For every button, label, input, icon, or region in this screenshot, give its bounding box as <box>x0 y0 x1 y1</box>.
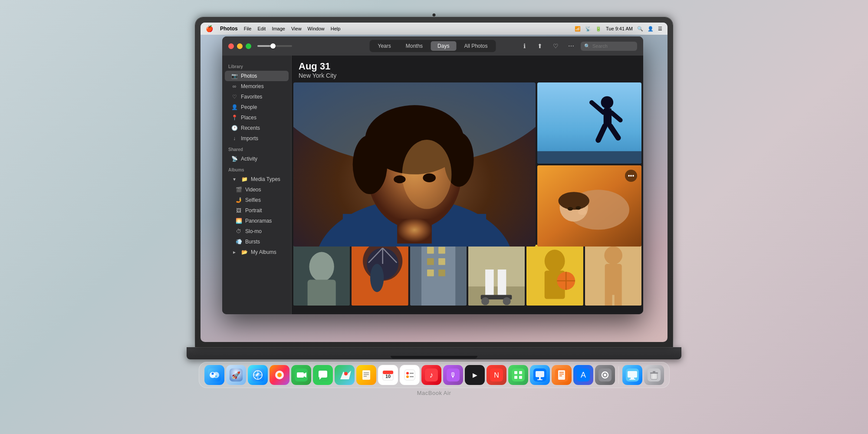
dock-pages[interactable] <box>552 365 572 385</box>
tab-days[interactable]: Days <box>431 41 456 51</box>
dock-notes[interactable] <box>356 365 376 385</box>
info-button[interactable]: ℹ <box>518 40 530 52</box>
sidebar-item-activity-label: Activity <box>241 156 257 162</box>
svg-text:♪: ♪ <box>429 371 433 379</box>
svg-rect-91 <box>404 370 415 380</box>
more-button[interactable]: ⋯ <box>565 40 577 52</box>
sidebar-item-recents[interactable]: 🕐 Recents <box>225 123 289 133</box>
dock-maps[interactable] <box>335 365 355 385</box>
airplay-icon: 📡 <box>585 26 591 32</box>
control-center-icon[interactable]: ☰ <box>658 26 662 32</box>
dancer-photo[interactable] <box>537 82 641 164</box>
dock-divider <box>618 366 619 384</box>
sidebar-item-slo-mo[interactable]: ⏱ Slo-mo <box>225 226 289 237</box>
sidebar-item-media-types[interactable]: ▾ 📁 Media Types <box>225 174 289 184</box>
dock-facetime[interactable] <box>291 365 311 385</box>
sidebar-item-photos[interactable]: 📷 Photos <box>225 71 289 81</box>
dancer-svg <box>537 82 641 164</box>
menu-window[interactable]: Window <box>308 26 325 31</box>
zoom-slider[interactable] <box>257 45 292 47</box>
photo-grid: ••• <box>292 82 643 314</box>
more-options-button[interactable]: ••• <box>625 170 637 182</box>
slider-thumb[interactable] <box>270 43 276 49</box>
menu-view[interactable]: View <box>291 26 302 31</box>
apple-logo-icon[interactable]: 🍎 <box>206 25 213 32</box>
dock-podcasts[interactable]: 🎙 <box>443 365 463 385</box>
menu-edit[interactable]: Edit <box>257 26 266 31</box>
dock-finder[interactable] <box>204 365 224 385</box>
my-albums-icon: 📂 <box>241 249 248 255</box>
menubar-app-name[interactable]: Photos <box>220 26 238 32</box>
dock-screensaver[interactable] <box>622 365 642 385</box>
maximize-button[interactable] <box>246 43 251 49</box>
top-photo-row: ••• <box>293 82 641 243</box>
tab-years[interactable]: Years <box>371 41 398 51</box>
dock-photos[interactable] <box>270 365 289 385</box>
search-icon: 🔍 <box>584 43 590 49</box>
tab-months[interactable]: Months <box>399 41 430 51</box>
sidebar-item-videos[interactable]: 🎬 Videos <box>225 184 289 195</box>
dock-safari[interactable] <box>248 365 268 385</box>
thumbnail-2[interactable] <box>352 245 408 306</box>
svg-rect-112 <box>537 379 542 380</box>
svg-rect-43 <box>427 270 434 276</box>
selfies-icon: 🤳 <box>235 197 242 203</box>
svg-text:▶: ▶ <box>472 372 477 378</box>
sidebar-item-people[interactable]: 👤 People <box>225 102 289 112</box>
sidebar-item-recents-label: Recents <box>241 125 260 131</box>
thumbnail-5[interactable] <box>526 245 583 306</box>
dock-numbers[interactable] <box>508 365 528 385</box>
search-input[interactable] <box>592 43 634 49</box>
sidebar-item-selfies[interactable]: 🤳 Selfies <box>225 195 289 205</box>
dock-appstore[interactable]: A <box>573 365 593 385</box>
thumbnail-3[interactable] <box>410 245 467 306</box>
sidebar-item-panoramas[interactable]: 🌅 Panoramas <box>225 216 289 226</box>
sidebar-item-panoramas-label: Panoramas <box>245 218 272 224</box>
sidebar-item-activity[interactable]: 📡 Activity <box>225 154 289 164</box>
svg-rect-133 <box>653 371 655 372</box>
svg-rect-114 <box>558 370 565 380</box>
sidebar-item-imports[interactable]: ↓ Imports <box>225 133 289 144</box>
thumbnail-1[interactable] <box>293 245 350 306</box>
dock-reminders[interactable] <box>400 365 420 385</box>
dock-news[interactable]: N <box>487 365 506 385</box>
share-button[interactable]: ⬆ <box>534 40 546 52</box>
dock-calendar[interactable]: 10 <box>378 365 398 385</box>
dock-systemprefs[interactable] <box>595 365 615 385</box>
sidebar-item-memories[interactable]: ∞ Memories <box>225 81 289 92</box>
dock-messages[interactable] <box>313 365 333 385</box>
dock-trash[interactable] <box>644 365 664 385</box>
menu-file[interactable]: File <box>244 26 252 31</box>
sidebar-item-my-albums[interactable]: ▸ 📂 My Albums <box>225 247 289 257</box>
sidebar-item-favorites[interactable]: ♡ Favorites <box>225 92 289 102</box>
recents-icon: 🕐 <box>231 125 238 131</box>
minimize-button[interactable] <box>237 43 243 49</box>
spotlight-icon[interactable]: 🔍 <box>637 26 643 32</box>
svg-rect-111 <box>539 377 541 379</box>
svg-point-6 <box>353 135 388 194</box>
favorite-button[interactable]: ♡ <box>549 40 562 52</box>
svg-rect-47 <box>485 270 494 298</box>
dock-appletv[interactable]: ▶ <box>465 365 485 385</box>
menu-help[interactable]: Help <box>331 26 341 31</box>
child-photo[interactable]: ••• <box>537 165 641 247</box>
dock: 🚀 10 <box>199 362 670 388</box>
sidebar-item-portrait[interactable]: 🖼 Portrait <box>225 205 289 216</box>
tab-all-photos[interactable]: All Photos <box>457 41 494 51</box>
dock-keynote[interactable] <box>530 365 550 385</box>
svg-point-51 <box>503 297 510 305</box>
imports-icon: ↓ <box>231 135 238 141</box>
sidebar-item-places[interactable]: 📍 Places <box>225 112 289 123</box>
sidebar-item-bursts[interactable]: 💨 Bursts <box>225 237 289 247</box>
dock-music[interactable]: ♪ <box>421 365 441 385</box>
svg-point-24 <box>568 207 573 210</box>
user-icon[interactable]: 👤 <box>648 26 654 32</box>
svg-rect-125 <box>631 378 634 379</box>
thumbnail-6[interactable] <box>585 245 641 306</box>
main-photo[interactable] <box>293 82 536 247</box>
close-button[interactable] <box>228 43 234 49</box>
menu-image[interactable]: Image <box>272 26 285 31</box>
thumbnail-4[interactable] <box>468 245 525 306</box>
dock-launchpad[interactable]: 🚀 <box>226 365 246 385</box>
svg-rect-126 <box>629 379 635 380</box>
